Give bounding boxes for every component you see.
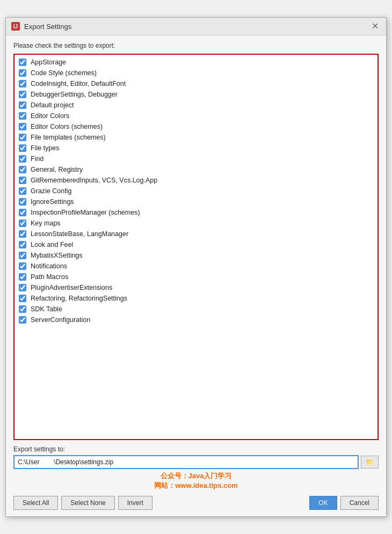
list-item[interactable]: CodeInsight, Editor, DefaultFont [14, 78, 378, 89]
dialog-body: Please check the settings to export: App… [6, 35, 386, 516]
checkbox-23[interactable] [19, 295, 26, 302]
list-item[interactable]: InspectionProfileManager (schemes) [14, 207, 378, 218]
export-path-input[interactable] [13, 455, 359, 469]
checkbox-label: File templates (schemes) [31, 134, 106, 141]
dialog-title: Export Settings [24, 23, 71, 31]
checkbox-8[interactable] [19, 134, 26, 141]
list-item[interactable]: PluginAdvertiserExtensions [14, 282, 378, 293]
list-item[interactable]: Editor Colors (schemes) [14, 121, 378, 132]
list-item[interactable]: SDK Table [14, 304, 378, 314]
checkbox-11[interactable] [19, 166, 26, 173]
bottom-buttons: Select All Select None Invert OK Cancel [13, 496, 379, 510]
checkbox-25[interactable] [19, 316, 26, 324]
checkbox-17[interactable] [19, 230, 26, 238]
checkbox-label: Look and Feel [31, 241, 73, 248]
list-item[interactable]: Look and Feel [14, 239, 378, 250]
checkbox-24[interactable] [19, 305, 26, 313]
select-all-button[interactable]: Select All [13, 496, 58, 510]
checkbox-label: Code Style (schemes) [31, 69, 97, 77]
list-item[interactable]: File templates (schemes) [14, 132, 378, 143]
checkbox-label: PluginAdvertiserExtensions [31, 284, 112, 291]
list-item[interactable]: Notifications [14, 261, 378, 272]
list-item[interactable]: Grazie Config [14, 186, 378, 196]
checkbox-2[interactable] [19, 69, 26, 77]
list-item[interactable]: AppStorage [14, 57, 378, 68]
list-item[interactable]: MybatisXSettings [14, 250, 378, 261]
checkbox-label: Editor Colors (schemes) [31, 123, 103, 130]
checkbox-10[interactable] [19, 155, 26, 163]
checkbox-label: ServerConfiguration [31, 316, 90, 324]
checkbox-label: Find [31, 155, 43, 163]
list-item[interactable]: DebuggerSettings, Debugger [14, 89, 378, 100]
checkbox-19[interactable] [19, 252, 26, 259]
title-bar-left: IJ Export Settings [11, 22, 71, 31]
title-bar: IJ Export Settings ✕ [6, 18, 386, 35]
checkbox-label: MybatisXSettings [31, 252, 83, 259]
list-item[interactable]: Refactoring, RefactoringSettings [14, 293, 378, 304]
checkbox-label: InspectionProfileManager (schemes) [31, 209, 140, 216]
checkbox-label: Key maps [31, 220, 61, 227]
checkbox-label: SDK Table [31, 305, 62, 313]
app-icon: IJ [11, 22, 20, 31]
list-item[interactable]: LessonStateBase, LangManager [14, 229, 378, 239]
checkbox-20[interactable] [19, 262, 26, 270]
checkbox-label: IgnoreSettings [31, 198, 74, 206]
checkbox-1[interactable] [19, 58, 26, 66]
export-settings-dialog: IJ Export Settings ✕ Please check the se… [5, 17, 387, 517]
settings-list: AppStorageCode Style (schemes)CodeInsigh… [13, 54, 379, 440]
list-item[interactable]: Code Style (schemes) [14, 68, 378, 78]
checkbox-4[interactable] [19, 91, 26, 98]
checkbox-5[interactable] [19, 101, 26, 109]
list-item[interactable]: File types [14, 143, 378, 153]
close-button[interactable]: ✕ [369, 21, 381, 32]
checkbox-7[interactable] [19, 123, 26, 130]
checkbox-16[interactable] [19, 220, 26, 227]
checkbox-13[interactable] [19, 187, 26, 195]
checkbox-15[interactable] [19, 209, 26, 216]
checkbox-21[interactable] [19, 273, 26, 281]
list-item[interactable]: Default project [14, 100, 378, 111]
invert-button[interactable]: Invert [118, 496, 153, 510]
checkbox-label: Editor Colors [31, 112, 69, 120]
export-section: Export settings to: 📁 [13, 445, 379, 469]
list-item[interactable]: General, Registry [14, 164, 378, 175]
checkbox-label: CodeInsight, Editor, DefaultFont [31, 80, 126, 87]
checkbox-label: Path Macros [31, 273, 68, 281]
ok-button[interactable]: OK [309, 496, 337, 510]
checkbox-label: Notifications [31, 262, 67, 270]
list-item[interactable]: IgnoreSettings [14, 196, 378, 207]
checkbox-label: File types [31, 144, 60, 152]
instruction-text: Please check the settings to export: [13, 42, 379, 49]
cancel-button[interactable]: Cancel [340, 496, 379, 510]
list-item[interactable]: Key maps [14, 218, 378, 229]
checkbox-label: GitRememberedInputs, VCS, Vcs.Log.App [31, 177, 157, 184]
checkbox-label: Refactoring, RefactoringSettings [31, 295, 127, 302]
checkbox-label: DebuggerSettings, Debugger [31, 91, 118, 98]
checkbox-label: Default project [31, 101, 74, 109]
checkbox-label: General, Registry [31, 166, 83, 173]
folder-browse-button[interactable]: 📁 [361, 456, 379, 469]
export-path-row: 📁 [13, 455, 379, 469]
checkbox-3[interactable] [19, 80, 26, 87]
select-none-button[interactable]: Select None [61, 496, 114, 510]
export-label: Export settings to: [13, 445, 379, 453]
checkbox-9[interactable] [19, 144, 26, 152]
checkbox-label: LessonStateBase, LangManager [31, 230, 128, 238]
checkbox-label: AppStorage [31, 58, 66, 66]
checkbox-14[interactable] [19, 198, 26, 206]
list-item[interactable]: ServerConfiguration [14, 314, 378, 325]
list-item[interactable]: Editor Colors [14, 111, 378, 121]
checkbox-18[interactable] [19, 241, 26, 248]
list-item[interactable]: Path Macros [14, 272, 378, 282]
list-item[interactable]: Find [14, 153, 378, 164]
checkbox-22[interactable] [19, 284, 26, 291]
checkbox-12[interactable] [19, 177, 26, 184]
checkbox-6[interactable] [19, 112, 26, 120]
checkbox-label: Grazie Config [31, 187, 71, 195]
list-item[interactable]: GitRememberedInputs, VCS, Vcs.Log.App [14, 175, 378, 186]
watermark: 公众号：Java入门学习 网站：www.idea.tips.com [13, 471, 379, 491]
